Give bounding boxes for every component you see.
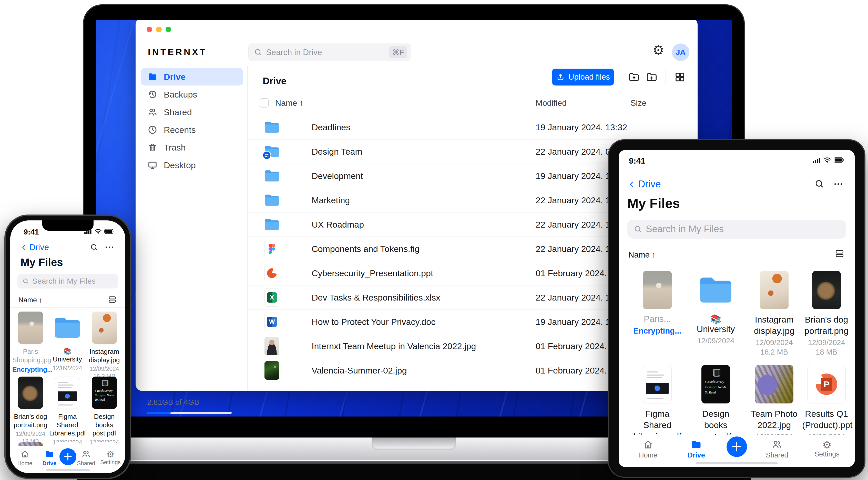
zoom-window-button[interactable] (165, 27, 171, 32)
chevron-left-icon (21, 243, 27, 252)
add-file-button[interactable] (726, 437, 747, 457)
sidebar-item-recents[interactable]: Recents (141, 121, 243, 138)
grid-view-icon[interactable] (673, 69, 687, 85)
folder-icon (263, 194, 281, 206)
sidebar-item-backups[interactable]: Backups (141, 86, 243, 103)
trash-icon (147, 142, 158, 152)
wifi-icon (95, 229, 102, 234)
cellular-signal-icon (84, 229, 92, 234)
new-folder-icon[interactable] (645, 69, 659, 85)
marketing-composite: INTERNXT Search in Drive ⌘F ⚙ JA Drive (0, 0, 868, 480)
column-header-modified[interactable]: Modified (536, 98, 567, 108)
bottom-nav-bar: Home Drive Shared ⚙ Settings (10, 446, 125, 473)
iphone-screen: 9:41 Drive My Files Search in My Files N… (10, 220, 125, 473)
folder-icon (263, 170, 281, 182)
status-time: 9:41 (629, 156, 645, 166)
folder-icon (691, 271, 740, 309)
sidebar-item-trash[interactable]: Trash (141, 139, 243, 156)
pdf-page-thumbnail (55, 377, 80, 409)
file-grid-item[interactable]: Paris Shopping.jpg Encrypting... (12, 312, 49, 374)
sort-by-name[interactable]: Name ↑ (628, 250, 656, 260)
nav-shared[interactable]: Shared (74, 449, 98, 467)
sidebar-item-label: Backups (164, 90, 197, 100)
file-grid-item[interactable]: Instagram display.jpg 12/09/2024 16.2 MB (750, 271, 799, 356)
page-title: My Files (21, 256, 63, 269)
ipad-screen: 9:41 Drive My Files Search in My Files N… (619, 150, 855, 467)
gear-icon: ⚙ (812, 439, 842, 450)
column-header-name[interactable]: Name ↑ (275, 98, 303, 108)
sidebar-item-drive[interactable]: Drive (141, 68, 243, 85)
file-grid-item[interactable]: Figma Shared Libraries.pdf 12/09/2024 87… (49, 377, 86, 453)
folder-icon (263, 121, 281, 133)
select-all-checkbox[interactable] (259, 98, 269, 107)
toolbar-divider (665, 69, 666, 85)
more-options-icon[interactable] (833, 182, 843, 187)
folder-grid-item[interactable]: 📚 University 12/09/2024 (49, 312, 86, 372)
home-indicator[interactable] (46, 469, 90, 471)
nav-home[interactable]: Home (13, 449, 36, 467)
back-to-drive-button[interactable]: Drive (21, 242, 49, 252)
sidebar-item-label: Shared (164, 107, 192, 117)
powerpoint-file-icon: P (807, 365, 846, 404)
search-my-files-input[interactable]: Search in My Files (627, 220, 846, 239)
search-shortcut-badge: ⌘F (389, 46, 407, 58)
close-window-button[interactable] (147, 27, 152, 32)
bottom-nav-bar: Home Drive Shared ⚙ Settings (619, 435, 855, 467)
shared-folder-icon (263, 146, 281, 158)
back-to-drive-button[interactable]: Drive (628, 179, 661, 190)
photo-thumbnail (263, 337, 281, 355)
drive-search-input[interactable]: Search in Drive ⌘F (248, 43, 411, 61)
file-grid-item[interactable]: Instagram display.jpg 12/09/2024 16.2 MB (86, 312, 123, 380)
upload-files-button[interactable]: Upload files (552, 69, 614, 85)
more-options-icon[interactable] (105, 245, 114, 250)
list-view-toggle-icon[interactable] (835, 249, 844, 260)
internxt-logo: INTERNXT (148, 47, 207, 57)
photo-thumbnail (643, 271, 672, 309)
list-separator (619, 264, 855, 264)
home-indicator[interactable] (696, 462, 778, 465)
settings-gear-icon[interactable]: ⚙ (651, 42, 665, 58)
add-file-button[interactable] (59, 448, 76, 465)
drive-search-placeholder: Search in Drive (266, 47, 389, 57)
column-header-size[interactable]: Size (630, 98, 646, 108)
minimize-window-button[interactable] (156, 27, 162, 32)
folder-grid-item[interactable]: 📚 University 12/09/2024 (691, 271, 740, 345)
table-row[interactable]: Deadlines 19 January 2024. 13:32 (248, 115, 698, 139)
folder-icon (263, 218, 281, 231)
file-grid-item[interactable]: Paris... Encrypting... (633, 271, 682, 336)
folder-icon (691, 439, 702, 450)
nav-settings[interactable]: ⚙ Settings (98, 449, 123, 466)
nav-home[interactable]: Home (634, 439, 662, 459)
people-icon (147, 107, 158, 117)
list-view-toggle-icon[interactable] (108, 295, 117, 305)
window-controls (147, 27, 171, 32)
excel-file-icon: X (263, 288, 281, 307)
photo-thumbnail (92, 312, 117, 344)
upload-folder-icon[interactable] (627, 69, 641, 85)
search-icon[interactable] (90, 243, 98, 253)
wifi-icon (824, 157, 831, 163)
pdf-page-thumbnail (643, 365, 672, 404)
status-time: 9:41 (24, 228, 39, 236)
storage-progress-bar (147, 412, 232, 414)
file-grid-item[interactable]: Brian's dog portrait.png 12/09/2024 18 M… (12, 377, 49, 445)
search-my-files-input[interactable]: Search in My Files (18, 274, 118, 288)
upload-icon (556, 73, 565, 81)
avatar[interactable]: JA (672, 43, 689, 61)
people-icon (81, 449, 91, 459)
page-title: Drive (263, 76, 286, 87)
sidebar-item-shared[interactable]: Shared (141, 103, 243, 121)
file-grid-item[interactable]: 5 Books Every Designer Needs To Read Des… (86, 377, 123, 453)
nav-drive[interactable]: Drive (38, 449, 61, 467)
sort-by-name[interactable]: Name ↑ (19, 296, 42, 304)
nav-shared[interactable]: Shared (763, 439, 791, 459)
sidebar-item-desktop[interactable]: Desktop (141, 157, 243, 174)
nav-settings[interactable]: ⚙ Settings (812, 439, 842, 458)
status-icons (813, 157, 844, 163)
sort-arrow-icon: ↑ (299, 98, 303, 107)
file-grid-item[interactable]: Brian's dog portrait.png 12/09/2024 18 M… (802, 271, 851, 356)
search-icon[interactable] (814, 179, 825, 190)
pdf-cover-thumbnail: 5 Books Every Designer Needs To Read (702, 365, 730, 404)
gear-icon: ⚙ (98, 449, 123, 459)
nav-drive[interactable]: Drive (682, 439, 710, 459)
